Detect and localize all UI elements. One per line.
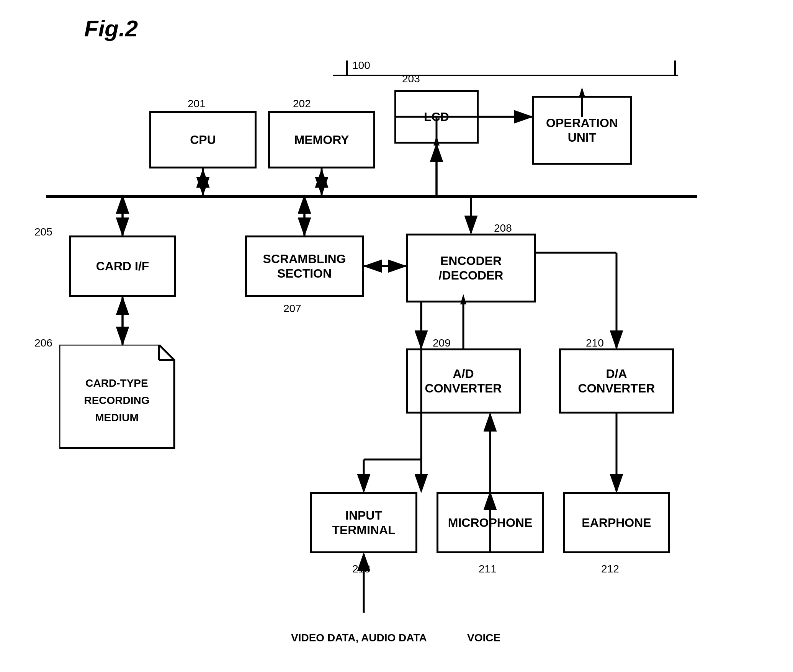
card-if-box: CARD I/F — [69, 235, 176, 297]
earphone-box: EARPHONE — [563, 492, 670, 553]
label-203: 203 — [402, 73, 420, 85]
label-202: 202 — [293, 98, 311, 110]
svg-text:CARD-TYPE: CARD-TYPE — [85, 377, 148, 389]
label-209: 209 — [433, 337, 451, 349]
figure-title: Fig.2 — [84, 15, 138, 42]
encoder-decoder-box: ENCODER /DECODER — [406, 234, 536, 302]
video-data-label: VIDEO DATA, AUDIO DATA — [291, 632, 427, 644]
ad-converter-box: A/D CONVERTER — [406, 348, 521, 414]
label-211: 211 — [479, 563, 497, 575]
voice-label: VOICE — [467, 632, 500, 644]
scrambling-box: SCRAMBLING SECTION — [245, 235, 364, 297]
memory-box: MEMORY — [268, 111, 375, 168]
label-100: 100 — [352, 59, 370, 72]
label-201: 201 — [188, 98, 206, 110]
operation-unit-box: OPERATION UNIT — [532, 96, 632, 165]
label-210: 210 — [586, 337, 604, 349]
label-208: 208 — [494, 222, 512, 234]
label-213: 213 — [352, 563, 370, 575]
microphone-box: MICROPHONE — [437, 492, 544, 553]
input-terminal-box: INPUT TERMINAL — [310, 492, 417, 553]
label-205: 205 — [34, 226, 52, 238]
da-converter-box: D/A CONVERTER — [559, 348, 674, 414]
card-type-box: CARD-TYPE RECORDING MEDIUM — [59, 345, 182, 452]
label-206: 206 — [34, 337, 52, 349]
svg-text:RECORDING: RECORDING — [84, 394, 149, 406]
lcd-box: LCD — [394, 90, 479, 144]
svg-text:MEDIUM: MEDIUM — [95, 412, 139, 423]
label-212: 212 — [601, 563, 619, 575]
bus-line — [46, 195, 697, 198]
label-207: 207 — [283, 302, 301, 315]
cpu-box: CPU — [149, 111, 257, 168]
